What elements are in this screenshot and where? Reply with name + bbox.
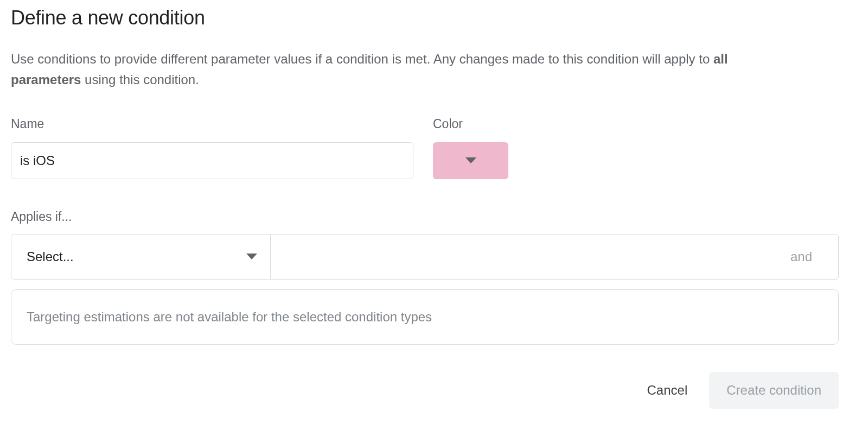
applies-label: Applies if... xyxy=(11,210,857,224)
condition-select-dropdown[interactable]: Select... xyxy=(11,235,271,279)
applies-row: Select... and xyxy=(11,234,839,280)
svg-marker-0 xyxy=(465,157,476,163)
estimation-box: Targeting estimations are not available … xyxy=(11,289,839,345)
and-label[interactable]: and xyxy=(790,249,838,264)
field-row: Name Color xyxy=(11,117,857,179)
svg-marker-1 xyxy=(246,254,257,259)
description-pre: Use conditions to provide different para… xyxy=(11,52,713,66)
name-field-group: Name xyxy=(11,117,413,179)
cancel-button[interactable]: Cancel xyxy=(643,374,692,407)
name-label: Name xyxy=(11,117,413,131)
estimation-message: Targeting estimations are not available … xyxy=(27,309,432,324)
color-label: Color xyxy=(433,117,508,131)
color-dropdown[interactable] xyxy=(433,142,508,179)
page-title: Define a new condition xyxy=(11,7,857,29)
description-text: Use conditions to provide different para… xyxy=(11,49,770,91)
select-placeholder-text: Select... xyxy=(27,249,74,264)
name-input[interactable] xyxy=(11,142,413,179)
button-row: Cancel Create condition xyxy=(11,372,839,409)
description-post: using this condition. xyxy=(81,72,199,87)
chevron-down-icon xyxy=(246,254,257,260)
create-condition-button[interactable]: Create condition xyxy=(709,372,839,409)
color-field-group: Color xyxy=(433,117,508,179)
chevron-down-icon xyxy=(465,157,476,164)
